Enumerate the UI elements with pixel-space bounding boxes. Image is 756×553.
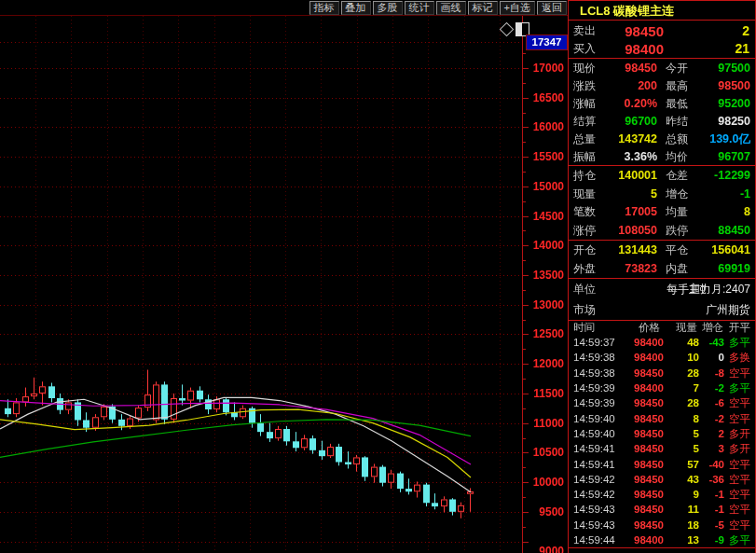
tape-volume: 28 [687, 397, 699, 408]
tape-row: 14:59:42984509-1空平 [569, 487, 755, 502]
stat-row: 总量143742总额139.0亿 [569, 130, 755, 147]
tape-open-close: 空平 [729, 503, 750, 517]
stat-value: 98500 [718, 79, 750, 92]
stat-label: 跌停 [666, 223, 688, 239]
quote-panel: LCL8 碳酸锂主连 卖出 98450 2 买入 98400 21 现价9845… [568, 0, 756, 553]
tape-price: 98450 [634, 397, 664, 408]
stat-value: -1 [740, 187, 750, 200]
tape-volume: 7 [694, 382, 699, 394]
price-axis: 1700016500160001550015000145001400013500… [522, 16, 567, 553]
tape-open-close: 多开 [729, 426, 750, 440]
tape-row: 14:59:419845053多开 [569, 441, 755, 456]
tape-open-close: 多平 [729, 533, 750, 547]
tape-volume: 43 [687, 474, 699, 485]
stat-label: 振幅 [573, 148, 596, 164]
tape-open-close: 空平 [729, 366, 750, 380]
tape-open-close: 多换 [729, 351, 750, 365]
tape-price: 98450 [634, 443, 664, 454]
tape-price: 98450 [634, 489, 664, 500]
tape-open-close: 空平 [729, 457, 750, 471]
bid-row[interactable]: 买入 98400 21 [569, 40, 755, 59]
stat-label: 仓差 [666, 167, 688, 183]
tape-row: 14:59:379840048-43多平 [569, 335, 755, 350]
stat-value: 97500 [718, 62, 750, 75]
open-close-stats-section: 开仓131443平仓156041外盘73823内盘69919 [569, 241, 755, 279]
position-stats-section: 持仓140001仓差-12299现量5增仓-1笔数17005均量8涨停10805… [569, 166, 755, 241]
tape-position-change: -2 [715, 413, 724, 424]
tape-price: 98400 [634, 534, 664, 546]
price-stats-section: 现价98450今开97500涨跌200最高98500涨幅0.20%最低95200… [569, 59, 755, 166]
stat-row: 振幅3.36%均价96707 [569, 147, 755, 165]
stat-value: 88450 [718, 224, 750, 237]
tape-time: 14:59:40 [573, 413, 615, 424]
stat-row: 笔数17005均量8 [569, 203, 755, 222]
ask-row[interactable]: 卖出 98450 2 [569, 21, 755, 40]
toolbar-button-多股[interactable]: 多股 [373, 1, 403, 15]
tape-open-close: 空平 [729, 472, 750, 486]
candlestick-chart[interactable] [0, 16, 568, 553]
stat-value: 98450 [625, 62, 657, 75]
tape-position-change: -1 [715, 489, 724, 500]
stat-label: 总量 [573, 131, 596, 146]
toolbar-button-画线[interactable]: 画线 [436, 1, 466, 15]
stat-value: 143742 [618, 132, 657, 145]
stat-label: 均量 [666, 204, 688, 220]
main-month-value: 主力月:2407 [689, 282, 750, 297]
tape-volume: 57 [687, 459, 699, 470]
stat-row: 开仓131443平仓156041 [569, 241, 755, 259]
stat-value: 8 [744, 205, 750, 218]
tape-volume: 13 [687, 534, 699, 546]
stat-value: 140001 [618, 169, 657, 182]
tape-open-close: 多平 [729, 336, 750, 350]
tape-row: 14:59:40984508-2空平 [569, 410, 755, 425]
contract-header[interactable]: LCL8 碳酸锂主连 [569, 1, 755, 21]
tape-time: 14:59:38 [573, 367, 615, 379]
tape-time: 14:59:41 [573, 443, 615, 454]
ask-price: 98450 [602, 22, 664, 38]
tape-price: 98400 [634, 337, 664, 348]
tape-column-header: 现量 [676, 321, 697, 335]
tape-price: 98400 [634, 382, 664, 394]
tape-volume: 11 [688, 504, 699, 515]
stat-label: 开仓 [573, 242, 596, 258]
price-axis-label: 16000 [533, 120, 564, 133]
stat-value: 17005 [625, 205, 657, 218]
market-value: 广州期货 [706, 302, 750, 318]
price-axis-label: 16500 [533, 91, 564, 104]
contract-info-section: 单位 每手1吨 主力月:2407 市场 广州期货 [569, 279, 755, 321]
tape-position-change: 2 [719, 428, 724, 439]
tape-time: 14:59:38 [573, 352, 615, 363]
tape-position-change: -5 [715, 519, 724, 531]
tape-row: 14:59:439845018-5空平 [569, 518, 755, 532]
price-axis-label: 10500 [533, 446, 564, 459]
bid-qty: 21 [735, 41, 749, 56]
stat-label: 涨停 [573, 223, 596, 239]
market-row: 市场 广州期货 [569, 299, 755, 320]
toolbar-button-叠加[interactable]: 叠加 [341, 1, 371, 15]
stat-value: 69919 [718, 262, 750, 275]
stat-value: 156041 [711, 243, 750, 256]
stat-label: 涨跌 [573, 77, 596, 93]
toolbar-button-返回[interactable]: 返回 [537, 1, 567, 15]
tape-row: 14:59:449840013-9多平 [569, 532, 755, 547]
tape-open-close: 空平 [729, 396, 750, 410]
ask-label: 卖出 [573, 22, 596, 38]
stat-row: 涨停108050跌停88450 [569, 221, 755, 240]
toolbar-button-+自选[interactable]: +自选 [500, 1, 535, 15]
price-axis-label: 17000 [533, 62, 564, 75]
toolbar-button-指标[interactable]: 指标 [309, 1, 339, 15]
tape-time: 14:59:44 [573, 534, 615, 546]
stat-label: 持仓 [573, 167, 596, 183]
tape-open-close: 多平 [729, 381, 750, 395]
toolbar: 指标叠加多股统计画线标记+自选返回 [0, 0, 568, 16]
time-and-sales-list[interactable]: 14:59:379840048-43多平14:59:3898400100多换14… [569, 335, 755, 548]
tape-time: 14:59:37 [573, 337, 615, 348]
price-axis-label: 13000 [533, 298, 564, 311]
toolbar-button-统计[interactable]: 统计 [405, 1, 434, 15]
tape-time: 14:59:42 [573, 489, 615, 500]
tape-position-change: -1 [715, 504, 724, 515]
tape-time: 14:59:40 [573, 428, 615, 439]
toolbar-button-标记[interactable]: 标记 [468, 1, 498, 15]
tape-position-change: -9 [715, 534, 724, 546]
stat-row: 涨跌200最高98500 [569, 76, 755, 94]
